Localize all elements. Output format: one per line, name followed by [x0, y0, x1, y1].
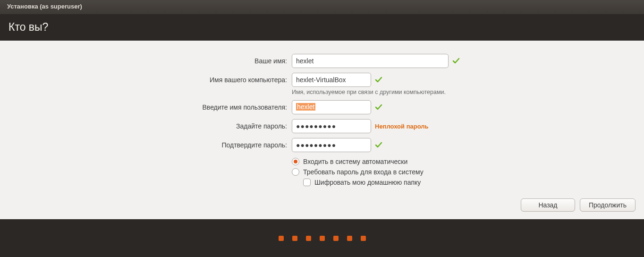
auto-login-option[interactable]: Входить в систему автоматически — [292, 158, 644, 165]
nav-buttons: Назад Продолжить — [521, 198, 636, 212]
window-title: Установка (as superuser) — [7, 3, 82, 10]
password-input[interactable] — [292, 119, 371, 133]
computer-label: Имя вашего компьютера: — [0, 76, 287, 84]
check-icon — [452, 57, 460, 65]
encrypt-home-label: Шифровать мою домашнюю папку — [314, 179, 421, 186]
progress-dot — [347, 236, 352, 241]
computer-hint: Имя, используемое при связи с другими ко… — [292, 89, 644, 95]
name-label: Ваше имя: — [0, 57, 287, 65]
content-area: Ваше имя: Имя вашего компьютера: Имя, ис… — [0, 41, 644, 219]
back-button[interactable]: Назад — [521, 198, 575, 212]
radio-selected-icon[interactable] — [292, 158, 299, 165]
auto-login-label: Входить в систему автоматически — [303, 158, 407, 165]
page-header: Кто вы? — [0, 14, 644, 41]
require-password-label: Требовать пароль для входа в систему — [303, 168, 424, 176]
login-options: Входить в систему автоматически Требоват… — [292, 158, 644, 186]
check-icon — [375, 103, 382, 111]
progress-dot — [361, 236, 366, 241]
require-password-option[interactable]: Требовать пароль для входа в систему — [292, 168, 644, 176]
progress-dot — [320, 236, 325, 241]
continue-button[interactable]: Продолжить — [580, 198, 636, 212]
progress-dot — [333, 236, 339, 241]
progress-dot — [292, 236, 297, 241]
radio-icon[interactable] — [292, 168, 299, 176]
username-label: Введите имя пользователя: — [0, 103, 287, 111]
progress-dot — [306, 236, 311, 241]
progress-dot — [279, 236, 284, 241]
page-heading: Кто вы? — [8, 21, 48, 33]
username-input[interactable] — [292, 100, 371, 114]
confirm-password-input[interactable] — [292, 138, 371, 152]
checkbox-icon[interactable] — [303, 179, 311, 186]
user-form: Ваше имя: Имя вашего компьютера: Имя, ис… — [0, 54, 644, 186]
encrypt-home-option[interactable]: Шифровать мою домашнюю папку — [303, 179, 644, 186]
password-strength: Неплохой пароль — [375, 123, 429, 130]
confirm-password-label: Подтвердите пароль: — [0, 141, 287, 149]
name-input[interactable] — [292, 54, 449, 68]
check-icon — [375, 141, 382, 149]
computer-name-input[interactable] — [292, 73, 371, 87]
check-icon — [375, 76, 382, 84]
progress-footer — [0, 219, 644, 257]
password-label: Задайте пароль: — [0, 122, 287, 130]
window-title-bar: Установка (as superuser) — [0, 0, 644, 14]
